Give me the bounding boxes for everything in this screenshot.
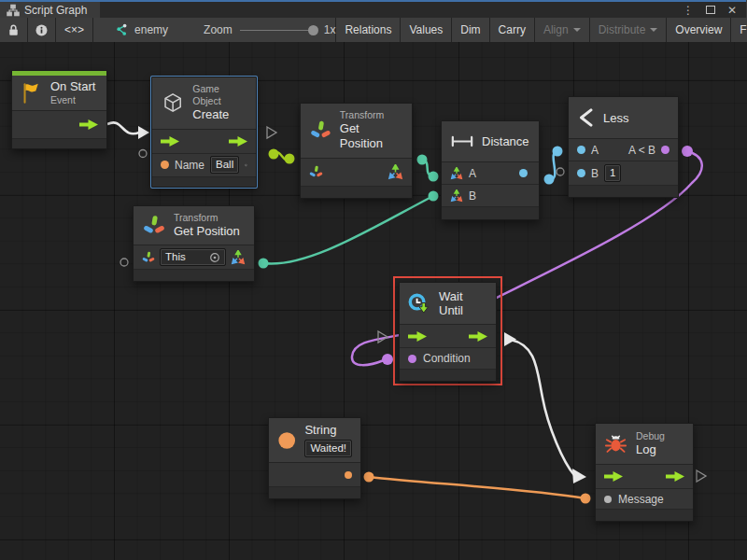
wire-waituntil-to-log[interactable] — [511, 340, 574, 475]
node-title: Get Position — [174, 224, 240, 239]
wire-onstart-to-create[interactable] — [107, 122, 139, 133]
node-footer — [569, 186, 678, 197]
carry-button[interactable]: Carry — [490, 18, 535, 42]
string-output-port[interactable] — [345, 471, 352, 479]
transform-icon — [310, 119, 331, 142]
name-value-field[interactable]: Ball — [210, 156, 239, 174]
object-picker-icon[interactable] — [209, 252, 220, 263]
relations-button[interactable]: Relations — [336, 18, 401, 42]
node-string[interactable]: String Waited! — [268, 417, 361, 499]
number-output-port[interactable] — [519, 169, 528, 177]
dim-button[interactable]: Dim — [452, 18, 489, 42]
vector3-output-port[interactable] — [231, 250, 246, 265]
control-output-port[interactable] — [79, 119, 98, 130]
port-row: A A < B — [569, 139, 678, 161]
wire-endpoint — [553, 147, 563, 157]
bug-icon — [604, 432, 627, 455]
string-circle-icon — [277, 430, 296, 451]
unconnected-flow-marker — [697, 470, 706, 482]
distribute-dropdown[interactable]: Distribute — [590, 18, 668, 42]
node-footer — [12, 139, 106, 148]
maximize-icon[interactable] — [706, 6, 715, 14]
vector3-output-port[interactable] — [388, 164, 403, 180]
port-row — [301, 159, 412, 187]
node-wait-until[interactable]: Wait Until Condition — [399, 282, 497, 382]
number-input-port[interactable] — [577, 146, 585, 154]
wait-clock-icon — [407, 291, 430, 315]
node-category: Transform — [174, 212, 240, 224]
flow-arrowhead — [504, 332, 516, 346]
port-row: Name Ball — [152, 154, 256, 177]
control-input-port[interactable] — [161, 136, 179, 147]
close-icon[interactable]: ✕ — [727, 5, 737, 16]
port-b-label: B — [591, 167, 599, 180]
control-output-port[interactable] — [666, 471, 684, 482]
node-distance[interactable]: Distance A B — [441, 120, 540, 220]
node-debug-log[interactable]: Debug Log Message — [595, 423, 694, 522]
control-input-port[interactable] — [604, 471, 623, 482]
node-header: Transform Get Position — [134, 206, 254, 245]
game-object-output-port[interactable] — [245, 158, 247, 173]
vector3-input-port[interactable] — [450, 167, 463, 180]
graph-canvas[interactable]: On Start Event Game Object Create — [0, 42, 747, 560]
node-get-position-b[interactable]: Transform Get Position This — [133, 205, 255, 282]
transform-input-port[interactable] — [309, 165, 323, 179]
toolbar: <×> enemy Zoom 1x Relations Values Dim C… — [0, 18, 746, 42]
overview-label: Overview — [675, 23, 722, 36]
vector3-input-port[interactable] — [450, 189, 463, 203]
carry-label: Carry — [499, 23, 526, 36]
node-category: Debug — [636, 430, 665, 442]
wire-string-to-message[interactable] — [369, 477, 585, 498]
node-title: Get Position — [340, 121, 402, 152]
code-preview-button[interactable]: <×> — [56, 18, 93, 42]
align-dropdown[interactable]: Align — [535, 18, 590, 42]
result-label: A < B — [628, 144, 655, 157]
bool-input-port[interactable] — [408, 355, 416, 363]
control-input-port[interactable] — [408, 331, 427, 342]
node-title: Wait Until — [439, 289, 488, 317]
b-value-field[interactable]: 1 — [604, 164, 621, 182]
condition-label: Condition — [423, 352, 471, 365]
node-get-position-a[interactable]: Transform Get Position — [300, 103, 413, 199]
bool-output-port[interactable] — [661, 146, 669, 154]
node-category: Event — [50, 94, 95, 106]
port-row — [269, 463, 360, 487]
node-on-start[interactable]: On Start Event — [11, 70, 107, 149]
node-less[interactable]: Less A A < B B 1 — [568, 96, 679, 198]
graph-asset-icon — [114, 22, 129, 37]
node-title: Less — [603, 111, 628, 125]
align-label: Align — [543, 23, 569, 36]
zoom-slider-handle[interactable] — [308, 25, 318, 35]
distribute-label: Distribute — [599, 23, 646, 36]
node-category: Game Object — [192, 83, 247, 107]
port-row: B 1 — [569, 161, 678, 186]
window-menu-icon[interactable]: ⋮ — [683, 5, 694, 16]
node-header: Debug Log — [596, 424, 693, 465]
transform-input-port[interactable] — [142, 251, 155, 264]
name-port-label: Name — [175, 159, 204, 172]
zoom-slider[interactable] — [240, 30, 317, 31]
wire-getposition-to-distance-b[interactable] — [263, 196, 433, 264]
graph-name: enemy — [134, 23, 168, 36]
titlebar: Script Graph ⋮ ✕ — [0, 2, 746, 18]
node-create[interactable]: Game Object Create Name Ball — [151, 77, 257, 188]
node-footer — [442, 207, 539, 219]
lock-button[interactable] — [0, 18, 28, 42]
graph-asset[interactable]: enemy — [114, 22, 168, 37]
tab-script-graph[interactable]: Script Graph — [0, 2, 100, 18]
overview-button[interactable]: Overview — [667, 18, 731, 42]
control-output-port[interactable] — [469, 331, 487, 342]
info-button[interactable] — [28, 18, 56, 42]
values-button[interactable]: Values — [401, 18, 452, 42]
string-input-port[interactable] — [161, 161, 169, 169]
control-output-port[interactable] — [229, 136, 247, 147]
message-input-port[interactable] — [604, 496, 612, 503]
target-value-field[interactable]: This — [160, 248, 226, 266]
number-input-port[interactable] — [577, 169, 585, 177]
node-header: String Waited! — [269, 418, 360, 463]
fullscreen-button[interactable]: Full Screen — [731, 18, 747, 42]
less-than-icon — [578, 108, 595, 127]
port-a-label: A — [591, 144, 599, 157]
string-value-field[interactable]: Waited! — [304, 440, 352, 457]
unconnected-value-marker — [120, 259, 128, 266]
